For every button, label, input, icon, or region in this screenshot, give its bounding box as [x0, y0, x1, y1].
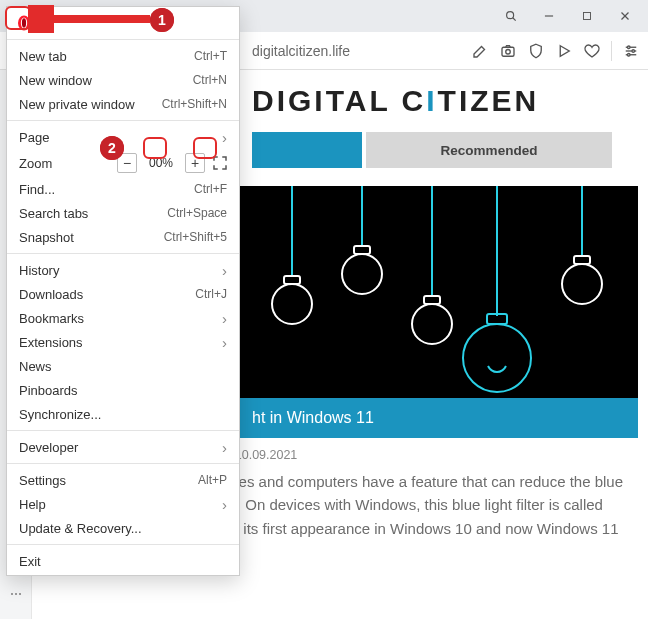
- tab-recommended[interactable]: Recommended: [366, 132, 612, 168]
- menu-settings[interactable]: SettingsAlt+P: [7, 468, 239, 492]
- menu-synchronize[interactable]: Synchronize...: [7, 402, 239, 426]
- more-sidebar-icon[interactable]: [8, 586, 24, 605]
- menu-search-tabs[interactable]: Search tabsCtrl+Space: [7, 201, 239, 225]
- svg-point-0: [507, 12, 514, 19]
- menu-exit[interactable]: Exit: [7, 549, 239, 573]
- svg-line-1: [513, 18, 516, 21]
- menu-developer[interactable]: Developer: [7, 435, 239, 459]
- site-logo[interactable]: DIGITAL CITIZEN: [252, 84, 539, 117]
- article-title-fragment: ht in Windows 11: [252, 409, 374, 427]
- menu-pinboards[interactable]: Pinboards: [7, 378, 239, 402]
- menu-extensions[interactable]: Extensions: [7, 330, 239, 354]
- close-button[interactable]: [608, 2, 642, 30]
- menu-bookmarks[interactable]: Bookmarks: [7, 306, 239, 330]
- svg-rect-3: [584, 13, 591, 20]
- zoom-in-button[interactable]: +: [185, 153, 205, 173]
- svg-point-13: [632, 49, 635, 52]
- zoom-label: Zoom: [19, 156, 52, 171]
- menu-zoom-row: Zoom − 00% +: [7, 149, 239, 177]
- minimize-button[interactable]: [532, 2, 566, 30]
- heart-icon[interactable]: [583, 42, 601, 60]
- easy-setup-icon[interactable]: [622, 42, 640, 60]
- svg-rect-6: [502, 47, 514, 56]
- snapshot-icon[interactable]: [499, 42, 517, 60]
- menu-new-window[interactable]: New windowCtrl+N: [7, 68, 239, 92]
- svg-point-15: [10, 593, 12, 595]
- svg-point-14: [627, 53, 630, 56]
- edit-page-icon[interactable]: [471, 42, 489, 60]
- opera-menu: M New tabCtrl+T New windowCtrl+N New pri…: [6, 6, 240, 576]
- menu-history[interactable]: History: [7, 258, 239, 282]
- svg-point-16: [14, 593, 16, 595]
- maximize-button[interactable]: [570, 2, 604, 30]
- menu-snapshot[interactable]: SnapshotCtrl+Shift+5: [7, 225, 239, 249]
- fullscreen-button[interactable]: [211, 154, 229, 172]
- article-date: 10.09.2021: [235, 448, 298, 462]
- menu-find[interactable]: Find...Ctrl+F: [7, 177, 239, 201]
- svg-point-39: [22, 18, 26, 27]
- address-text[interactable]: digitalcitizen.life: [252, 43, 461, 59]
- search-icon[interactable]: [494, 2, 528, 30]
- zoom-value: 00%: [143, 156, 179, 170]
- svg-point-7: [506, 49, 511, 54]
- tab-active[interactable]: [252, 132, 362, 168]
- menu-update-recovery[interactable]: Update & Recovery...: [7, 516, 239, 540]
- menu-help[interactable]: Help: [7, 492, 239, 516]
- annotation-step-1: 1: [150, 8, 174, 32]
- shield-icon[interactable]: [527, 42, 545, 60]
- annotation-step-2: 2: [100, 136, 124, 160]
- menu-news[interactable]: News: [7, 354, 239, 378]
- opera-icon: [15, 14, 33, 32]
- menu-new-private-window[interactable]: New private windowCtrl+Shift+N: [7, 92, 239, 116]
- svg-point-17: [18, 593, 20, 595]
- svg-marker-8: [560, 45, 569, 56]
- svg-point-12: [627, 45, 630, 48]
- opera-menu-header[interactable]: M: [7, 11, 239, 35]
- menu-new-tab[interactable]: New tabCtrl+T: [7, 44, 239, 68]
- menu-downloads[interactable]: DownloadsCtrl+J: [7, 282, 239, 306]
- play-icon[interactable]: [555, 42, 573, 60]
